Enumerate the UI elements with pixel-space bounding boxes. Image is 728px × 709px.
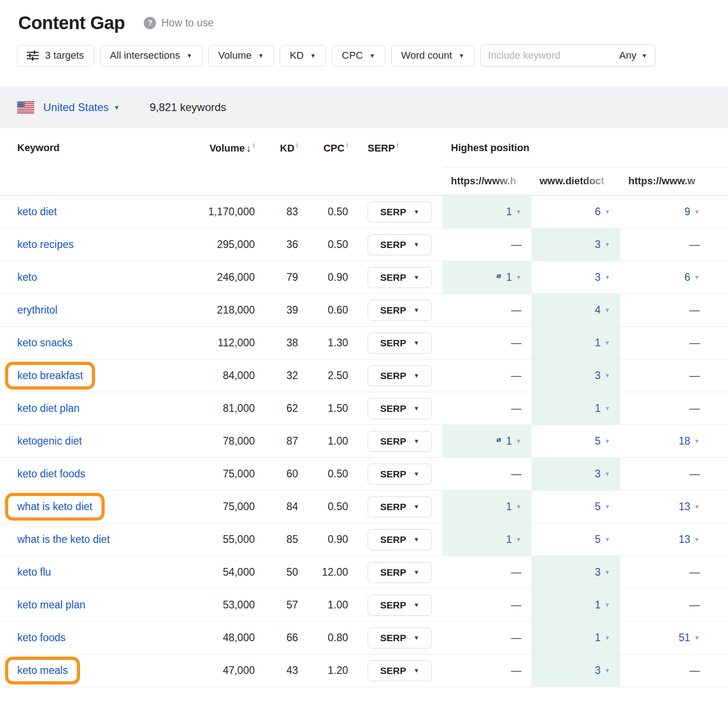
position-value[interactable]: 1 <box>595 599 601 611</box>
position-value[interactable]: 51 <box>679 632 691 644</box>
serp-button[interactable]: SERP ▼ <box>368 496 432 517</box>
position-value[interactable]: 1 <box>506 271 512 284</box>
highest-position-group-header: Highest position <box>443 128 728 167</box>
position-value[interactable]: 1 <box>595 337 601 349</box>
serp-button[interactable]: SERP ▼ <box>368 628 432 648</box>
serp-button[interactable]: SERP ▼ <box>368 464 432 485</box>
keyword-link[interactable]: keto meal plan <box>17 599 86 611</box>
keyword-highlight-box: keto foods <box>17 632 66 644</box>
no-position: — <box>511 304 521 316</box>
position-cell-1: — <box>443 622 531 654</box>
position-value[interactable]: 1 <box>506 501 512 513</box>
content-gap-page: Content Gap ? How to use 3 targets All <box>0 13 728 687</box>
filter-word-count[interactable]: Word count ▼ <box>391 45 475 66</box>
targets-button[interactable]: 3 targets <box>17 45 94 66</box>
position-cell-1: ‘’1▼ <box>443 425 531 457</box>
position-value[interactable]: 3 <box>595 566 601 578</box>
position-value[interactable]: 1 <box>506 206 512 218</box>
serp-button[interactable]: SERP ▼ <box>368 562 432 583</box>
position-value[interactable]: 1 <box>595 632 601 644</box>
caret-down-icon: ▼ <box>694 209 700 215</box>
position-value[interactable]: 18 <box>679 435 691 447</box>
keyword-link[interactable]: keto breakfast <box>17 370 83 382</box>
serp-button[interactable]: SERP ▼ <box>368 398 432 419</box>
include-keyword-input[interactable] <box>488 50 619 61</box>
keyword-link[interactable]: keto flu <box>17 566 51 578</box>
position-value[interactable]: 6 <box>684 271 690 284</box>
serp-button[interactable]: SERP ▼ <box>368 333 432 354</box>
position-value[interactable]: 5 <box>595 501 601 513</box>
position-value[interactable]: 13 <box>679 533 691 546</box>
chevron-down-icon: ▼ <box>414 569 420 575</box>
filter-volume[interactable]: Volume ▼ <box>208 45 274 66</box>
country-selector[interactable]: United States ▼ <box>43 101 120 114</box>
keyword-link[interactable]: keto recipes <box>17 238 74 251</box>
table-row: keto 246,000 79 0.90 SERP ▼ ‘’1▼ 3▼ 6▼ <box>0 261 728 294</box>
column-header-serp[interactable]: SERPi <box>349 142 443 154</box>
serp-button[interactable]: SERP ▼ <box>368 365 432 386</box>
how-to-use-link[interactable]: ? How to use <box>144 17 213 29</box>
position-value[interactable]: 5 <box>595 533 601 546</box>
cpc-cell: 1.20 <box>300 664 349 677</box>
keyword-link[interactable]: erythritol <box>17 304 57 316</box>
position-value[interactable]: 3 <box>595 664 601 677</box>
column-header-kd[interactable]: KDi <box>255 142 300 154</box>
serp-button[interactable]: SERP ▼ <box>368 431 432 452</box>
position-value[interactable]: 4 <box>595 304 601 316</box>
no-position: — <box>511 468 521 480</box>
serp-button[interactable]: SERP ▼ <box>368 267 432 288</box>
position-cell-1: 1▼ <box>443 491 531 523</box>
keyword-link[interactable]: keto foods <box>17 632 66 644</box>
position-value[interactable]: 1 <box>506 435 512 447</box>
keyword-mode-select[interactable]: Any ▼ <box>619 50 647 61</box>
position-cell-3: 18▼ <box>620 425 728 457</box>
volume-cell: 75,000 <box>200 468 255 480</box>
table-row: keto recipes 295,000 36 0.50 SERP ▼ — 3▼… <box>0 228 728 261</box>
keyword-highlight-box: ketogenic diet <box>17 435 82 447</box>
keyword-link[interactable]: keto diet <box>17 206 57 218</box>
table-row: keto diet plan 81,000 62 1.50 SERP ▼ — 1… <box>0 392 728 425</box>
kd-cell: 36 <box>255 238 300 251</box>
serp-button[interactable]: SERP ▼ <box>368 234 432 255</box>
keyword-link[interactable]: what is keto diet <box>17 501 92 513</box>
keyword-link[interactable]: keto diet plan <box>17 402 80 415</box>
position-value[interactable]: 13 <box>679 501 691 513</box>
serp-button[interactable]: SERP ▼ <box>368 300 432 321</box>
keyword-link[interactable]: keto snacks <box>17 337 72 349</box>
keyword-link[interactable]: keto <box>17 271 37 284</box>
filter-all-intersections[interactable]: All intersections ▼ <box>100 45 202 66</box>
column-header-volume[interactable]: Volume↓i <box>200 142 255 154</box>
serp-button[interactable]: SERP ▼ <box>368 660 432 681</box>
chevron-down-icon: ▼ <box>414 242 420 248</box>
serp-button[interactable]: SERP ▼ <box>368 595 432 616</box>
position-value[interactable]: 6 <box>595 206 601 218</box>
position-value[interactable]: 9 <box>684 206 690 218</box>
keyword-link[interactable]: keto meals <box>17 664 68 677</box>
table-row: keto meals 47,000 43 1.20 SERP ▼ — 3▼ — <box>0 654 728 687</box>
filter-cpc[interactable]: CPC ▼ <box>332 45 385 66</box>
keyword-link[interactable]: ketogenic diet <box>17 435 82 447</box>
keyword-link[interactable]: keto diet foods <box>17 468 86 480</box>
serp-button[interactable]: SERP ▼ <box>368 202 432 223</box>
serp-button[interactable]: SERP ▼ <box>368 529 432 550</box>
volume-cell: 246,000 <box>200 271 255 284</box>
position-cell-2: 3▼ <box>531 654 620 687</box>
position-value[interactable]: 1 <box>595 402 601 415</box>
position-value[interactable]: 3 <box>595 238 601 251</box>
keyword-link[interactable]: what is the keto diet <box>17 533 110 546</box>
position-value[interactable]: 1 <box>506 533 512 546</box>
filter-kd[interactable]: KD ▼ <box>280 45 326 66</box>
position-value[interactable]: 3 <box>595 370 601 382</box>
position-value[interactable]: 3 <box>595 468 601 480</box>
column-header-cpc[interactable]: CPCi <box>300 142 349 154</box>
cpc-cell: 0.80 <box>300 632 349 644</box>
chevron-down-icon: ▼ <box>414 405 420 411</box>
caret-down-icon: ▼ <box>516 537 521 542</box>
position-value[interactable]: 5 <box>595 435 601 447</box>
column-header-keyword[interactable]: Keyword <box>0 142 200 154</box>
how-to-use-label: How to use <box>161 17 213 29</box>
cpc-cell: 0.60 <box>300 304 349 316</box>
word-count-filter-label: Word count <box>401 50 452 61</box>
position-value[interactable]: 3 <box>595 271 601 284</box>
keyword-highlight-box: what is keto diet <box>5 493 105 521</box>
